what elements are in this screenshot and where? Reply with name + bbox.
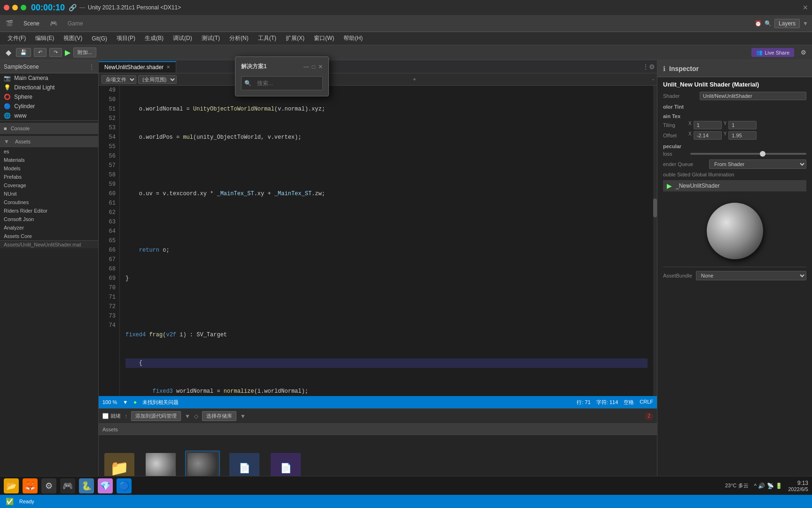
redo-btn[interactable]: ↷ (49, 48, 62, 57)
asset-tree-nunit[interactable]: NUnit (0, 190, 98, 198)
asset-tree-es[interactable]: es (0, 147, 98, 156)
asset-tree-prefabs[interactable]: Prefabs (0, 173, 98, 181)
menu-debug[interactable]: 调试(D) (169, 33, 196, 43)
taskbar-firefox[interactable]: 🦊 (23, 478, 38, 493)
code-editor[interactable]: 49505152 53545556 57585960 61626364 6566… (99, 86, 657, 396)
select-dropdown-icon[interactable]: ▼ (240, 413, 246, 420)
hierarchy-menu-icon[interactable]: ⋮ (89, 64, 94, 70)
menu-view[interactable]: 视图(V) (60, 33, 86, 43)
window-controls (4, 5, 26, 10)
taskbar-files[interactable]: 📂 (4, 478, 19, 493)
assets-label[interactable]: Assets (15, 139, 31, 144)
collapse-icon[interactable]: ▼ (4, 138, 9, 145)
save-btn[interactable]: 💾 (16, 48, 31, 57)
taskbar-rider[interactable]: 💎 (98, 478, 113, 493)
menu-analyze[interactable]: 分析(N) (226, 33, 252, 43)
taskbar-epic[interactable]: 🎮 (60, 478, 75, 493)
offset-x-input[interactable] (694, 131, 722, 140)
hierarchy-item-camera[interactable]: 📷 Main Camera (0, 73, 98, 83)
code-line-58: { (125, 358, 648, 368)
game-label[interactable]: Game (65, 19, 86, 28)
tab-menu-icon[interactable]: ⋮ (642, 63, 649, 71)
vertical-scrollbar[interactable] (653, 86, 657, 396)
menu-edit[interactable]: 编辑(E) (31, 33, 58, 43)
select-repo-btn[interactable]: 选择存储库 (202, 411, 236, 421)
scrollbar-thumb[interactable] (653, 198, 657, 217)
taskbar-python[interactable]: 🐍 (79, 478, 94, 493)
scope-collapse-btn[interactable]: - (652, 76, 654, 83)
live-share-btn[interactable]: 👥 Live Share (751, 48, 794, 57)
popup-close-btn[interactable]: ✕ (318, 64, 323, 70)
popup-search-input[interactable] (253, 78, 319, 88)
minimize-dot[interactable] (12, 5, 18, 10)
asset-bundle-select[interactable]: None (696, 271, 806, 280)
asset-tree-materials[interactable]: Materials (0, 156, 98, 164)
scope-left-select[interactable]: 杂项文件 (102, 75, 136, 84)
hierarchy-item-light[interactable]: 💡 Directional Light (0, 83, 98, 92)
menu-extensions[interactable]: 扩展(X) (282, 33, 308, 43)
play-btn[interactable]: ▶ (65, 48, 70, 57)
menu-test[interactable]: 测试(T) (198, 33, 224, 43)
gloss-slider-track[interactable] (690, 153, 806, 155)
shader-value[interactable]: Unlit/NewUnlitShader (700, 92, 806, 100)
gloss-slider-thumb[interactable] (760, 151, 765, 157)
no-errors-icon: ● (133, 399, 137, 405)
asset-tree-coroutines[interactable]: Coroutines (0, 198, 98, 206)
add-source-btn[interactable]: 添加到源代码管理 (131, 411, 181, 421)
www-label: www (14, 112, 26, 119)
title-close-btn[interactable]: ✕ (803, 4, 808, 11)
console-label[interactable]: Console (11, 126, 30, 131)
tiling-y-axis: Y (724, 121, 727, 129)
sphere-icon: ⭕ (4, 94, 11, 100)
scope-right-select[interactable]: (全局范围) (138, 75, 177, 84)
asset-tree-coverage[interactable]: Coverage (0, 181, 98, 190)
menu-project[interactable]: 项目(P) (113, 33, 139, 43)
menu-window[interactable]: 窗口(W) (310, 33, 338, 43)
hierarchy-item-cylinder[interactable]: 🔵 Cylinder (0, 102, 98, 111)
dropdown-arrow[interactable]: ▼ (803, 20, 808, 27)
menu-file[interactable]: 文件(F) (4, 33, 30, 43)
offset-y-input[interactable] (728, 131, 757, 140)
settings-icon[interactable]: ⚙ (799, 48, 808, 57)
asset-tree-rider[interactable]: Riders Rider Editor (0, 206, 98, 215)
git-dropdown-icon[interactable]: ▼ (185, 413, 190, 420)
menu-help[interactable]: 帮助(H) (340, 33, 367, 43)
popup-minimize-btn[interactable]: — (304, 64, 309, 70)
toolbar-game-icon[interactable]: 🎮 (48, 19, 59, 28)
play-small-icon[interactable]: ▶ (667, 182, 672, 190)
scene-label[interactable]: Scene (21, 19, 42, 28)
hierarchy-item-www[interactable]: 🌐 www (0, 111, 98, 120)
hierarchy-item-sphere[interactable]: ⭕ Sphere (0, 92, 98, 102)
tab-settings-icon[interactable]: ⚙ (649, 63, 655, 71)
taskbar-app6[interactable]: 🔵 (117, 478, 132, 493)
undo-btn[interactable]: ↶ (34, 48, 47, 57)
asset-tree-json[interactable]: Consoft Json (0, 215, 98, 223)
menu-git[interactable]: Git(G) (88, 34, 111, 43)
tab-close-btn[interactable]: ✕ (166, 64, 170, 70)
asset-tree-models[interactable]: Models (0, 164, 98, 173)
zoom-dropdown-icon[interactable]: ▼ (123, 399, 128, 405)
menu-tools[interactable]: 工具(T) (254, 33, 280, 43)
maximize-dot[interactable] (21, 5, 26, 10)
asset-tree-analyzer[interactable]: Analyzer (0, 223, 98, 232)
menu-build[interactable]: 生成(B) (141, 33, 167, 43)
popup-restore-btn[interactable]: □ (312, 64, 315, 70)
render-queue-select[interactable]: From Shader (709, 159, 806, 169)
hierarchy-title: SampleScene (4, 64, 39, 70)
scope-expand-btn[interactable]: + (413, 76, 416, 83)
layers-dropdown[interactable]: Layers (774, 19, 800, 28)
close-dot[interactable] (4, 5, 9, 10)
code-content[interactable]: o.worldNormal = UnityObjectToWorldNormal… (120, 86, 653, 396)
timer-display: 00:00:10 (31, 3, 65, 13)
tab-shader[interactable]: NewUnlitShader.shader ✕ (99, 61, 176, 72)
attach-btn[interactable]: 附加... (73, 48, 96, 57)
tiling-x-input[interactable] (694, 121, 722, 129)
toolbar-scene-icon[interactable]: 🎬 (4, 19, 15, 28)
sphere-label: Sphere (14, 94, 32, 100)
tiling-y-input[interactable] (728, 121, 757, 129)
search-icon[interactable]: 🔍 (765, 20, 772, 27)
status-text: Ready (19, 499, 34, 504)
asset-tree-core[interactable]: Assets Core (0, 232, 98, 240)
ready-check-input[interactable] (102, 413, 109, 419)
taskbar-unity[interactable]: ⚙ (41, 478, 56, 493)
